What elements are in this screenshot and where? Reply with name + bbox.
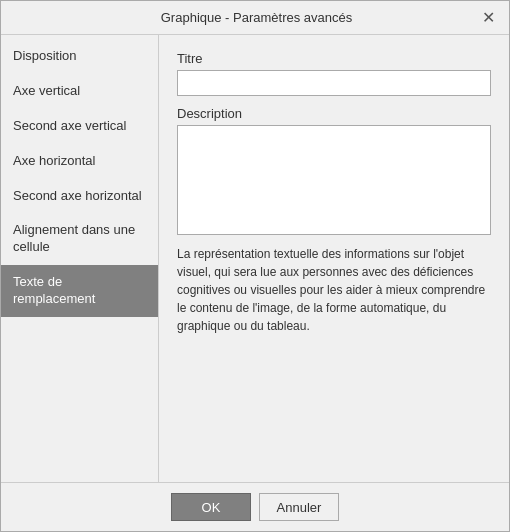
titre-label: Titre: [177, 51, 491, 66]
sidebar-item-axe-vertical[interactable]: Axe vertical: [1, 74, 158, 109]
sidebar-item-axe-horizontal[interactable]: Axe horizontal: [1, 144, 158, 179]
sidebar-item-second-axe-vertical[interactable]: Second axe vertical: [1, 109, 158, 144]
titlebar: Graphique - Paramètres avancés ✕: [1, 1, 509, 35]
dialog-body: DispositionAxe verticalSecond axe vertic…: [1, 35, 509, 482]
dialog-title: Graphique - Paramètres avancés: [33, 10, 480, 25]
help-text: La représentation textuelle des informat…: [177, 245, 491, 335]
sidebar-item-disposition[interactable]: Disposition: [1, 39, 158, 74]
content-area: Titre Description La représentation text…: [159, 35, 509, 482]
sidebar-item-alignement[interactable]: Alignement dans une cellule: [1, 213, 158, 265]
sidebar-item-second-axe-horizontal[interactable]: Second axe horizontal: [1, 179, 158, 214]
dialog: Graphique - Paramètres avancés ✕ Disposi…: [0, 0, 510, 532]
description-label: Description: [177, 106, 491, 121]
description-textarea[interactable]: [177, 125, 491, 235]
description-field-group: Description: [177, 106, 491, 235]
titre-field-group: Titre: [177, 51, 491, 96]
titre-input[interactable]: [177, 70, 491, 96]
dialog-footer: OK Annuler: [1, 482, 509, 531]
cancel-button[interactable]: Annuler: [259, 493, 339, 521]
sidebar-item-texte-remplacement[interactable]: Texte de remplacement: [1, 265, 158, 317]
close-button[interactable]: ✕: [480, 10, 497, 26]
ok-button[interactable]: OK: [171, 493, 251, 521]
sidebar: DispositionAxe verticalSecond axe vertic…: [1, 35, 159, 482]
